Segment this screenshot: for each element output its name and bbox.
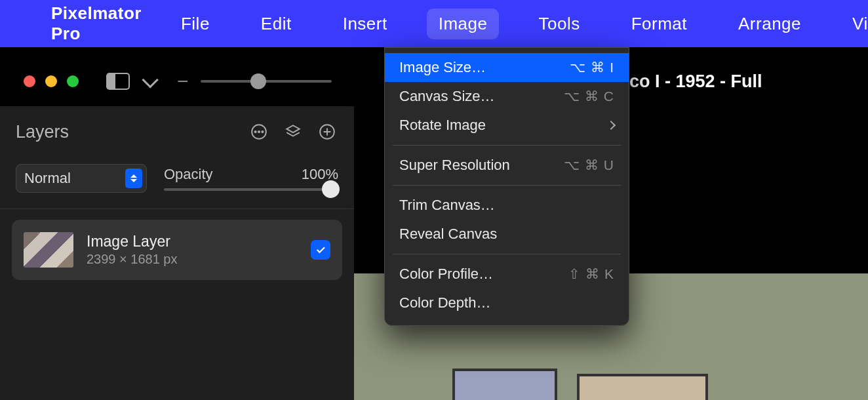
menu-item-label: Color Profile… bbox=[399, 266, 568, 283]
menu-item-label: Trim Canvas… bbox=[399, 197, 614, 214]
menu-view[interactable]: View bbox=[840, 9, 868, 39]
menu-file[interactable]: File bbox=[169, 9, 222, 39]
menu-insert[interactable]: Insert bbox=[331, 9, 399, 39]
menu-item-label: Reveal Canvas bbox=[399, 226, 614, 243]
layers-stack-icon[interactable] bbox=[282, 121, 304, 143]
menu-format[interactable]: Format bbox=[620, 9, 699, 39]
add-layer-icon[interactable] bbox=[316, 121, 338, 143]
layer-options-icon[interactable] bbox=[248, 121, 270, 143]
menu-item-shortcut: ⌥ ⌘ I bbox=[570, 60, 614, 75]
layer-item[interactable]: Image Layer 2399 × 1681 px bbox=[12, 220, 342, 280]
menu-item-label: Super Resolution bbox=[399, 157, 564, 174]
menu-edit[interactable]: Edit bbox=[249, 9, 304, 39]
blend-mode-select[interactable]: Normal bbox=[16, 164, 147, 193]
close-window-button[interactable] bbox=[24, 75, 35, 87]
minimize-window-button[interactable] bbox=[45, 75, 57, 87]
menu-item-image-size[interactable]: Image Size…⌥ ⌘ I bbox=[385, 53, 629, 82]
menu-image[interactable]: Image bbox=[427, 9, 500, 39]
menu-item-canvas-size[interactable]: Canvas Size…⌥ ⌘ C bbox=[385, 82, 629, 111]
opacity-label: Opacity bbox=[164, 166, 213, 183]
opacity-slider-knob[interactable] bbox=[322, 180, 340, 198]
menu-item-shortcut: ⌥ ⌘ C bbox=[564, 89, 614, 104]
opacity-slider[interactable] bbox=[164, 188, 338, 191]
menu-item-color-depth[interactable]: Color Depth… bbox=[385, 289, 629, 317]
menu-separator bbox=[393, 254, 621, 254]
menu-item-label: Image Size… bbox=[399, 59, 570, 76]
zoom-slider[interactable] bbox=[201, 80, 332, 83]
menu-item-color-profile[interactable]: Color Profile…⇧ ⌘ K bbox=[385, 260, 629, 289]
menu-item-trim-canvas[interactable]: Trim Canvas… bbox=[385, 191, 629, 220]
chevron-down-icon[interactable] bbox=[142, 71, 158, 88]
layer-visibility-checkbox[interactable] bbox=[311, 240, 330, 260]
select-arrows-icon bbox=[125, 169, 142, 188]
menu-item-rotate-image[interactable]: Rotate Image bbox=[385, 111, 629, 140]
image-menu-dropdown: Image Size…⌥ ⌘ ICanvas Size…⌥ ⌘ CRotate … bbox=[384, 47, 629, 326]
chevron-right-icon bbox=[606, 121, 616, 130]
document-title: co I - 1952 - Full bbox=[629, 71, 762, 92]
layer-dimensions: 2399 × 1681 px bbox=[87, 252, 298, 267]
svg-point-1 bbox=[255, 131, 256, 132]
app-name[interactable]: Pixelmator Pro bbox=[51, 3, 142, 44]
layers-panel: Layers Normal Opacity 100% Image Layer 2… bbox=[0, 106, 354, 400]
menu-item-label: Rotate Image bbox=[399, 117, 608, 134]
window-traffic-lights bbox=[24, 75, 79, 87]
svg-point-2 bbox=[258, 131, 260, 132]
menu-item-reveal-canvas[interactable]: Reveal Canvas bbox=[385, 220, 629, 249]
zoom-window-button[interactable] bbox=[67, 75, 79, 87]
menu-separator bbox=[393, 185, 621, 186]
zoom-out-button[interactable]: − bbox=[177, 70, 189, 92]
layer-name: Image Layer bbox=[87, 233, 298, 250]
menu-item-label: Color Depth… bbox=[399, 294, 614, 311]
menu-item-shortcut: ⇧ ⌘ K bbox=[568, 266, 614, 282]
sidebar-toggle-icon[interactable] bbox=[106, 73, 130, 90]
menu-tools[interactable]: Tools bbox=[526, 9, 591, 39]
menu-item-label: Canvas Size… bbox=[399, 88, 564, 105]
zoom-slider-knob[interactable] bbox=[250, 73, 266, 89]
menu-item-shortcut: ⌥ ⌘ U bbox=[564, 157, 614, 173]
menubar: Pixelmator Pro FileEditInsertImageToolsF… bbox=[0, 0, 868, 47]
menu-arrange[interactable]: Arrange bbox=[726, 9, 813, 39]
layer-thumbnail bbox=[24, 232, 73, 268]
layers-heading: Layers bbox=[16, 122, 69, 142]
menu-separator bbox=[393, 145, 621, 146]
blend-mode-value: Normal bbox=[24, 170, 71, 187]
menu-item-super-resolution[interactable]: Super Resolution⌥ ⌘ U bbox=[385, 151, 629, 180]
svg-point-3 bbox=[262, 131, 263, 132]
